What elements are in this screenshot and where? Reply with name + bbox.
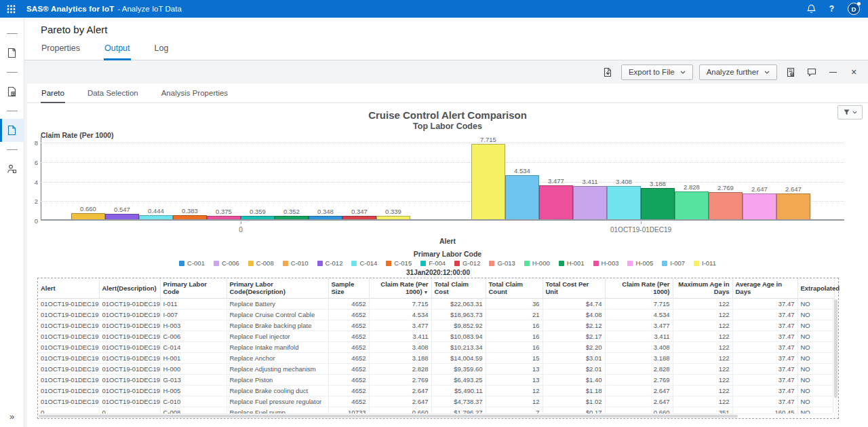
legend-item-H-005[interactable]: H-005 — [627, 259, 653, 267]
column-header[interactable]: Claim Rate (Per 1000)▼ — [369, 278, 431, 298]
close-icon[interactable]: × — [846, 64, 861, 79]
legend-item-H-003[interactable]: H-003 — [593, 259, 619, 267]
table-row[interactable]: 01OCT19-01DEC1901OCT19-01DEC19C-010Repla… — [38, 396, 834, 407]
column-header[interactable]: Primary Labor Code(Description) — [226, 278, 328, 298]
x-tick — [641, 221, 642, 224]
table-cell: Replace Battery — [226, 298, 328, 309]
legend-item-I-007[interactable]: I-007 — [662, 259, 685, 267]
bar-C-014[interactable]: 0.444 — [139, 215, 173, 219]
user-avatar[interactable]: D — [848, 3, 860, 15]
tab-properties[interactable]: Properties — [41, 39, 81, 60]
legend-item-G-013[interactable]: G-013 — [489, 259, 515, 267]
bar-C-006[interactable]: 3.411 — [573, 186, 607, 219]
bar-C-014[interactable]: 3.408 — [607, 186, 641, 219]
table-row[interactable]: 01OCT19-01DEC1901OCT19-01DEC19H-003Repla… — [38, 320, 834, 331]
comments-icon[interactable] — [804, 64, 819, 79]
bar-I-007[interactable]: 4.534 — [505, 175, 539, 219]
legend-title: Primary Labor Code — [27, 250, 868, 258]
table-cell: $2.17 — [542, 331, 605, 341]
table-row[interactable]: 01OCT19-01DEC1901OCT19-01DEC19G-013Repla… — [38, 374, 834, 385]
left-sidebar: » — [0, 18, 24, 427]
column-header[interactable]: Sample Size — [328, 278, 369, 298]
chart-filter-button[interactable] — [837, 105, 863, 119]
bar-F-004[interactable]: 0.359 — [241, 216, 275, 219]
legend-item-C-010[interactable]: C-010 — [283, 259, 309, 267]
legend-item-G-012[interactable]: G-012 — [454, 259, 480, 267]
column-header[interactable]: Claim Rate (Per 1000) — [605, 278, 673, 298]
legend-item-C-001[interactable]: C-001 — [179, 259, 205, 267]
subtab-analysis-properties[interactable]: Analysis Properties — [161, 83, 229, 103]
legend-item-C-012[interactable]: C-012 — [317, 259, 343, 267]
bar-C-001[interactable]: 0.348 — [309, 216, 342, 219]
column-header[interactable]: Primary Labor Code — [160, 278, 226, 298]
report-details-icon[interactable] — [783, 64, 798, 79]
table-cell: 122 — [673, 385, 732, 396]
tab-log[interactable]: Log — [154, 39, 170, 60]
column-header[interactable]: Average Age in Days — [732, 278, 797, 298]
tab-output[interactable]: Output — [104, 39, 131, 60]
column-header[interactable]: Total Claim Count — [486, 278, 542, 298]
legend-item-C-015[interactable]: C-015 — [386, 259, 412, 267]
bar-G-013[interactable]: 2.769 — [709, 192, 743, 219]
bar-C-015[interactable]: 0.383 — [173, 215, 207, 219]
table-row[interactable]: 01OCT19-01DEC1901OCT19-01DEC19H-005Repla… — [38, 385, 834, 396]
analyze-further-button[interactable]: Analyze further — [699, 64, 777, 80]
bar-C-012[interactable]: 0.547 — [105, 214, 139, 219]
table-row[interactable]: 01OCT19-01DEC1901OCT19-01DEC19C-014Repla… — [38, 341, 834, 352]
column-header[interactable]: Total Cost Per Unit — [542, 278, 605, 298]
column-header[interactable]: Alert — [38, 278, 99, 298]
sidebar-expand-chevrons[interactable]: » — [9, 411, 14, 422]
subtab-data-selection[interactable]: Data Selection — [87, 83, 139, 103]
table-row[interactable]: 01OCT19-01DEC1901OCT19-01DEC19H-000Repla… — [38, 363, 834, 374]
table-cell: $22,063.31 — [431, 298, 486, 309]
bar-I-011[interactable]: 0.339 — [376, 216, 410, 219]
export-to-file-button[interactable]: Export to File — [621, 64, 693, 80]
legend-swatch — [454, 261, 460, 266]
table-row[interactable]: 01OCT19-01DEC1901OCT19-01DEC19H-001Repla… — [38, 352, 834, 363]
bar-H-005[interactable]: 2.647 — [743, 193, 776, 219]
help-icon[interactable]: ? — [829, 4, 834, 14]
legend-item-F-004[interactable]: F-004 — [420, 259, 446, 267]
legend-item-C-008[interactable]: C-008 — [248, 259, 274, 267]
table-row[interactable]: 01OCT19-01DEC1901OCT19-01DEC19I-007Repla… — [38, 309, 834, 320]
bar-H-003[interactable]: 3.477 — [539, 185, 573, 219]
table-cell: H-001 — [160, 352, 226, 363]
table-cell: $2.01 — [542, 363, 605, 374]
horizontal-scrollbar-thumb[interactable] — [39, 415, 738, 417]
bar-H-001[interactable]: 3.188 — [641, 188, 675, 219]
column-header[interactable]: Alert(Description) — [99, 278, 160, 298]
bar-G-012[interactable]: 0.347 — [342, 216, 376, 219]
table-row[interactable]: 01OCT19-01DEC1901OCT19-01DEC19C-006Repla… — [38, 331, 834, 341]
legend-item-I-011[interactable]: I-011 — [694, 259, 716, 267]
apps-grid-icon[interactable] — [7, 5, 16, 14]
sidebar-item-analysis-properties[interactable] — [0, 41, 24, 64]
horizontal-scrollbar[interactable] — [38, 413, 833, 418]
table-cell: NO — [797, 298, 834, 309]
bar-H-003[interactable]: 0.375 — [207, 216, 241, 219]
column-header[interactable]: Extrapolated — [797, 278, 834, 298]
legend-item-C-014[interactable]: C-014 — [351, 259, 377, 267]
table-row[interactable]: 01OCT19-01DEC1901OCT19-01DEC19I-011Repla… — [38, 298, 834, 309]
export-pdf-icon[interactable] — [600, 64, 615, 79]
bar-C-008[interactable]: 0.660 — [71, 213, 105, 219]
chevron-down-icon — [764, 71, 770, 74]
sidebar-item-output[interactable] — [0, 119, 24, 142]
column-header[interactable]: Total Claim Cost — [431, 278, 486, 298]
bar-H-001[interactable]: 0.352 — [275, 216, 309, 219]
vertical-scrollbar[interactable] — [833, 299, 838, 413]
column-header[interactable]: Maximum Age in Days — [673, 278, 732, 298]
legend-item-H-000[interactable]: H-000 — [524, 259, 550, 267]
bar-C-010[interactable]: 2.647 — [776, 193, 810, 219]
legend-item-H-001[interactable]: H-001 — [559, 259, 585, 267]
sidebar-divider — [7, 72, 18, 73]
bar-H-000[interactable]: 2.828 — [675, 191, 709, 219]
notifications-bell-icon[interactable] — [807, 4, 816, 14]
results-table[interactable]: AlertAlert(Description)Primary Labor Cod… — [37, 278, 839, 419]
vertical-scrollbar-thumb[interactable] — [834, 299, 837, 398]
legend-item-C-006[interactable]: C-006 — [214, 259, 239, 267]
minimize-icon[interactable] — [825, 64, 840, 79]
subtab-pareto[interactable]: Pareto — [41, 83, 65, 103]
bar-I-011[interactable]: 7.715 — [471, 144, 505, 219]
sidebar-item-users[interactable] — [0, 157, 24, 181]
sidebar-item-data[interactable] — [0, 80, 24, 103]
